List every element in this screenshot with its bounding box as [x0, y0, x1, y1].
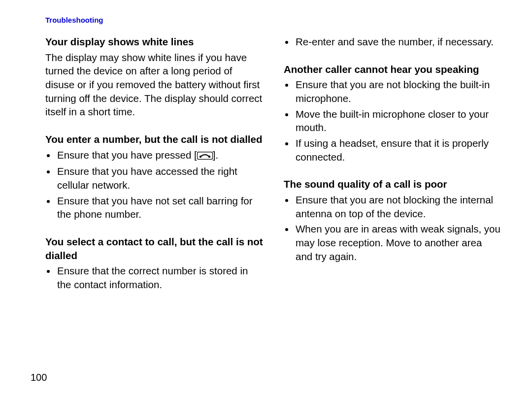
list-item: Ensure that you have accessed the right …	[56, 165, 263, 192]
page-number: 100	[31, 372, 47, 383]
list-item: Re-enter and save the number, if necessa…	[295, 35, 501, 49]
svg-point-1	[200, 156, 201, 158]
manual-page: Troubleshooting Your display shows white…	[0, 0, 532, 399]
list-item: Ensure that you have pressed [].	[56, 148, 263, 163]
two-column-layout: Your display shows white lines The displ…	[45, 35, 501, 294]
body-white-lines: The display may show white lines if you …	[45, 51, 263, 119]
svg-rect-0	[197, 152, 212, 159]
list-sound-quality: Ensure that you are not blocking the int…	[284, 193, 501, 263]
list-item: Ensure that the correct number is stored…	[56, 264, 263, 291]
call-key-icon	[197, 149, 213, 163]
svg-point-2	[208, 156, 210, 158]
right-column: Re-enter and save the number, if necessa…	[284, 35, 501, 294]
list-item: Ensure that you are not blocking the int…	[295, 193, 501, 220]
list-not-dialled: Ensure that you have pressed []. Ensure …	[45, 148, 263, 221]
heading-white-lines: Your display shows white lines	[45, 35, 263, 49]
list-continuation: Re-enter and save the number, if necessa…	[284, 35, 501, 49]
heading-not-dialled: You enter a number, but the call is not …	[45, 133, 263, 146]
list-item: Ensure that you are not blocking the bui…	[295, 78, 501, 105]
list-item-text-pre: Ensure that you have pressed [	[57, 149, 197, 161]
list-item-text-post: ].	[213, 149, 218, 161]
list-item: When you are in areas with weak signals,…	[295, 222, 501, 263]
heading-cannot-hear: Another caller cannot hear you speaking	[284, 63, 501, 76]
list-item: Move the built-in microphone closer to y…	[295, 107, 501, 134]
list-cannot-hear: Ensure that you are not blocking the bui…	[284, 78, 501, 164]
left-column: Your display shows white lines The displ…	[45, 35, 263, 294]
section-header: Troubleshooting	[45, 16, 501, 24]
list-contact-not-dialled: Ensure that the correct number is stored…	[45, 264, 263, 291]
heading-contact-not-dialled: You select a contact to call, but the ca…	[45, 235, 263, 262]
heading-sound-quality: The sound quality of a call is poor	[284, 177, 501, 191]
list-item: If using a headset, ensure that it is pr…	[295, 136, 501, 164]
list-item: Ensure that you have not set call barrin…	[56, 194, 263, 221]
